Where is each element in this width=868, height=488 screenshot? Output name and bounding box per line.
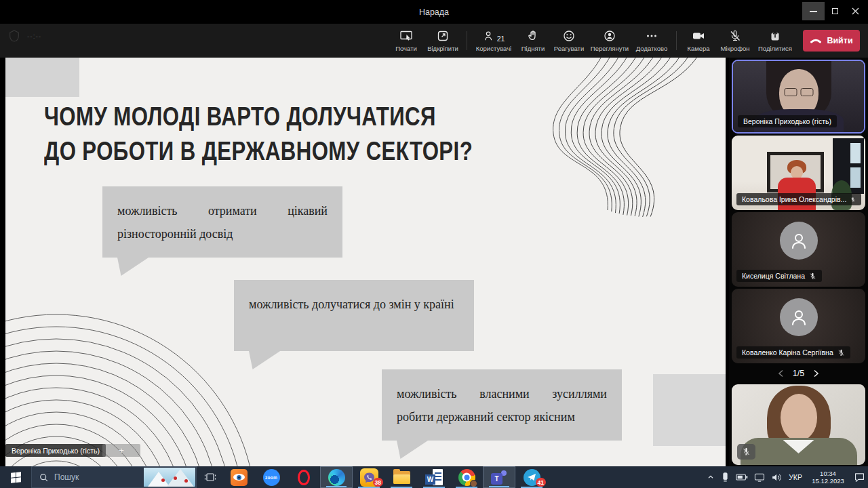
app-edge[interactable] <box>320 466 353 488</box>
spotlight-add-button[interactable]: + <box>102 444 140 457</box>
app-word[interactable]: W <box>418 466 450 488</box>
wavy-lines-decoration <box>468 58 726 227</box>
camera-icon <box>692 29 705 43</box>
meeting-info: --:-- <box>8 29 41 43</box>
toolbar-divider <box>676 31 677 50</box>
react-button[interactable]: Реагувати <box>550 24 588 58</box>
chrome-profile-avatar <box>470 480 477 487</box>
raise-hand-button[interactable]: Підняти <box>516 24 550 58</box>
time: 10:34 <box>808 470 848 477</box>
page-next-icon[interactable] <box>813 369 819 378</box>
telegram-badge: 41 <box>536 478 546 487</box>
app-telegram[interactable]: 41 <box>515 466 548 488</box>
unpin-button[interactable]: Відкріпити <box>423 24 462 58</box>
clock[interactable]: 10:34 15.12.2023 <box>808 470 848 485</box>
share-button[interactable]: Поділитися <box>754 24 796 58</box>
hangup-icon <box>810 37 822 45</box>
window-title: Нарада <box>0 0 868 24</box>
maximize-icon <box>832 8 838 14</box>
leave-button[interactable]: Вийти <box>803 30 860 52</box>
maximize-button[interactable] <box>824 2 846 20</box>
person-silhouette-icon <box>788 306 810 328</box>
toolbar-buttons: Почати Відкріпити 21 Користувачі Підняти <box>389 24 863 58</box>
view-button[interactable]: Переглянути <box>588 24 631 58</box>
page-prev-icon[interactable] <box>778 369 784 378</box>
participant-name-label: Киселиця Світлана <box>736 270 822 282</box>
system-tray: УКР 10:34 15.12.2023 <box>707 466 865 488</box>
camera-button[interactable]: Камера <box>681 24 716 58</box>
unpin-icon <box>436 29 450 43</box>
participant-name-label: Коваленко Каріна Сергіївна <box>736 346 850 359</box>
eye-app-icon <box>231 469 248 486</box>
more-dots-icon <box>645 29 658 43</box>
zoom-icon: zoom <box>263 469 280 486</box>
participants-count: 21 <box>497 35 505 43</box>
app-viber[interactable]: 38 <box>353 466 385 488</box>
participant-tile-kyselytsia[interactable]: Киселиця Світлана <box>732 212 865 287</box>
action-center-icon[interactable] <box>854 472 865 483</box>
slide: ЧОМУ МОЛОДІ ВАРТО ДОЛУЧАТИСЯ ДО РОБОТИ В… <box>5 58 726 466</box>
start-button[interactable] <box>0 466 31 488</box>
app-chrome[interactable] <box>450 466 483 488</box>
slide-deco-block-topleft <box>5 58 79 97</box>
close-icon <box>852 7 859 15</box>
view-icon <box>603 29 616 43</box>
display-connect-icon[interactable] <box>754 472 765 482</box>
participant-name-label: Вероніка Приходько (гість) <box>738 115 837 127</box>
app-opera[interactable] <box>288 466 320 488</box>
speaker-icon[interactable] <box>771 472 783 483</box>
date: 15.12.2023 <box>808 477 848 485</box>
app-zoom[interactable]: zoom <box>255 466 288 488</box>
usb-device-icon[interactable] <box>721 472 730 483</box>
toolbar-divider <box>467 31 467 50</box>
language-indicator[interactable]: УКР <box>789 473 802 481</box>
teams-meeting-window: Нарада --:-- Почати Відкріпити <box>0 0 868 488</box>
bubble-tail <box>117 258 149 276</box>
mic-muted-icon <box>742 447 751 456</box>
mic-muted-icon <box>809 272 816 280</box>
shield-icon <box>8 29 20 43</box>
share-icon <box>768 29 782 43</box>
app-file-explorer[interactable] <box>385 466 418 488</box>
minimize-icon <box>810 11 817 12</box>
app-photo-viewer[interactable] <box>222 466 255 488</box>
file-explorer-icon <box>393 471 410 484</box>
avatar <box>780 222 818 260</box>
battery-icon[interactable] <box>736 473 748 481</box>
titlebar: Нарада <box>0 0 868 24</box>
page-indicator: 1/5 <box>793 369 804 378</box>
search-input[interactable] <box>54 472 132 482</box>
meeting-timer: --:-- <box>27 33 41 40</box>
participant-tile-kovalenko[interactable]: Коваленко Каріна Сергіївна <box>732 289 865 363</box>
microphone-button[interactable]: Мікрофон <box>716 24 754 58</box>
avatar <box>780 298 818 336</box>
app-teams[interactable]: T <box>483 466 515 488</box>
participant-name-label: Ковальова Ірина Олександрів... <box>736 193 861 205</box>
share-screen-button[interactable]: Почати <box>389 24 423 58</box>
participants-button[interactable]: 21 Користувачі <box>471 24 516 58</box>
participant-tile-veronika[interactable]: Вероніка Приходько (гість) <box>732 60 865 134</box>
bubble-tail <box>249 351 280 369</box>
task-view-icon <box>203 470 217 484</box>
slide-deco-block-right <box>653 374 726 446</box>
task-view-button[interactable] <box>198 466 222 488</box>
close-button[interactable] <box>844 2 867 20</box>
windows-taskbar: zoom 38 W <box>0 466 868 488</box>
person-silhouette-icon <box>788 230 810 251</box>
search-icon <box>39 472 49 483</box>
taskbar-search[interactable] <box>31 466 197 488</box>
participant-tile-kovalova[interactable]: Ковальова Ірина Олександрів... <box>732 136 865 210</box>
hidden-icons-chevron[interactable] <box>707 473 715 481</box>
opera-icon <box>298 470 310 485</box>
self-mic-muted-badge <box>737 444 755 460</box>
taskbar-apps: zoom 38 W <box>222 466 548 488</box>
mic-muted-icon <box>837 349 845 357</box>
slide-title-line2: ДО РОБОТИ В ДЕРЖАВНОМУ СЕКТОРІ? <box>44 134 473 169</box>
participants-sidebar: Вероніка Приходько (гість) Ковальова Іри… <box>729 58 868 466</box>
edge-icon <box>328 469 345 486</box>
self-view-tile[interactable] <box>732 384 865 465</box>
more-button[interactable]: Додатково <box>631 24 672 58</box>
search-highlight-image[interactable] <box>144 468 195 487</box>
windows-logo-icon <box>11 472 21 483</box>
minimize-button[interactable] <box>802 2 825 20</box>
